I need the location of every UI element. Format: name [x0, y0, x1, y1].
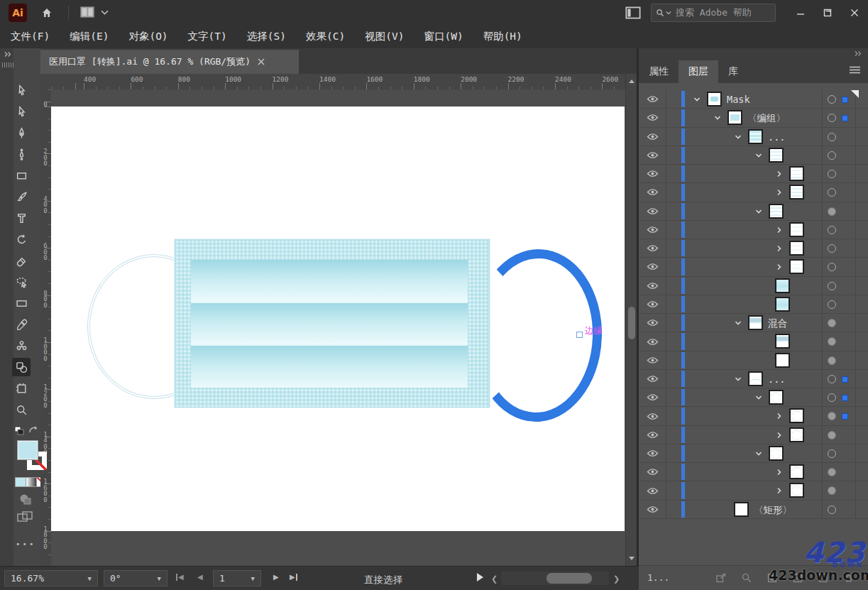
delete-layer-icon[interactable] [843, 572, 855, 584]
rectangle-tool[interactable] [12, 166, 31, 185]
layer-row[interactable] [639, 388, 868, 407]
new-sublayer-icon[interactable] [792, 572, 803, 584]
collapse-panel-button[interactable] [854, 50, 862, 57]
mask-body[interactable] [175, 239, 490, 408]
scroll-down-icon[interactable] [629, 557, 634, 560]
layer-thumbnail[interactable] [748, 315, 763, 330]
panel-tab-1[interactable]: 属性 [639, 60, 679, 83]
layer-expander[interactable] [754, 207, 764, 216]
direct-selection-tool[interactable] [12, 102, 31, 121]
swap-fill-stroke-icon[interactable] [28, 425, 38, 435]
layer-target-circle[interactable] [828, 170, 836, 178]
layer-target-circle[interactable] [828, 226, 836, 234]
layer-row[interactable]: ... [639, 128, 868, 146]
layer-thumbnail[interactable] [707, 92, 722, 106]
layer-thumbnail[interactable] [748, 371, 763, 386]
layer-thumbnail[interactable] [789, 166, 804, 181]
menu-item-8[interactable]: 窗口(W) [424, 30, 463, 43]
scroll-up-icon[interactable] [629, 80, 634, 83]
menu-item-9[interactable]: 帮助(H) [483, 30, 522, 43]
visibility-toggle[interactable] [639, 426, 666, 444]
layer-row[interactable] [639, 183, 868, 202]
layer-row[interactable]: 混合 [639, 314, 868, 332]
visibility-toggle[interactable] [639, 370, 666, 388]
gradient-mode-swatch[interactable] [26, 477, 37, 487]
layer-target-circle[interactable] [828, 188, 836, 197]
layer-target-circle[interactable] [828, 393, 836, 402]
rotate-tool[interactable] [12, 230, 31, 248]
shape-mode-icon[interactable] [18, 493, 33, 506]
menu-item-3[interactable]: 对象(O) [128, 30, 167, 43]
visibility-toggle[interactable] [639, 332, 666, 350]
zoom-tool[interactable] [12, 400, 31, 419]
layer-target-circle[interactable] [828, 468, 836, 476]
layer-target-circle[interactable] [828, 449, 836, 458]
layer-expander[interactable] [775, 263, 785, 271]
layer-target-circle[interactable] [828, 207, 836, 216]
visibility-toggle[interactable] [639, 388, 666, 406]
panel-menu-button[interactable] [849, 65, 861, 75]
layer-thumbnail[interactable] [789, 464, 804, 479]
collect-for-export-icon[interactable] [715, 572, 727, 584]
anchor-point-handle[interactable] [576, 332, 583, 338]
layer-row[interactable] [639, 481, 868, 500]
layer-expander[interactable] [775, 486, 785, 495]
layer-thumbnail[interactable] [789, 241, 804, 256]
layer-row[interactable] [639, 407, 868, 425]
layer-expander[interactable] [775, 431, 785, 439]
layer-row[interactable] [639, 146, 868, 165]
layer-target-circle[interactable] [828, 486, 836, 495]
layer-thumbnail[interactable] [789, 222, 804, 237]
visibility-toggle[interactable] [639, 501, 666, 518]
layer-row[interactable] [639, 463, 868, 481]
document-tab[interactable]: 医用口罩 [转换].ai @ 16.67 % (RGB/预览) [40, 50, 299, 74]
visibility-toggle[interactable] [639, 351, 666, 369]
next-artboard-button[interactable]: ▶ [273, 573, 279, 581]
make-clipping-mask-icon[interactable] [767, 572, 778, 584]
fill-color-swatch[interactable] [17, 440, 38, 460]
menu-item-4[interactable]: 文字(T) [188, 30, 227, 43]
visibility-toggle[interactable] [639, 277, 666, 295]
close-button[interactable] [841, 4, 868, 22]
layer-row[interactable] [639, 258, 868, 276]
layer-name[interactable]: Mask [727, 94, 750, 105]
panel-tab-3[interactable]: 库 [718, 60, 748, 83]
default-fill-stroke-icon[interactable] [14, 426, 25, 436]
layer-row[interactable] [639, 332, 868, 351]
visibility-toggle[interactable] [639, 444, 666, 462]
layer-expander[interactable] [734, 375, 744, 383]
layer-row[interactable] [639, 239, 868, 258]
layer-row[interactable] [639, 277, 868, 295]
visibility-toggle[interactable] [639, 183, 666, 201]
paintbrush-tool[interactable] [12, 187, 31, 206]
visibility-toggle[interactable] [639, 128, 666, 146]
layer-name[interactable]: 〈编组〉 [747, 112, 786, 125]
search-input[interactable] [674, 6, 755, 18]
dock-grip-handle[interactable] [2, 62, 13, 67]
visibility-toggle[interactable] [639, 407, 666, 425]
visibility-toggle[interactable] [639, 221, 666, 239]
minimize-button[interactable] [787, 4, 814, 22]
visibility-toggle[interactable] [639, 109, 666, 126]
layer-thumbnail[interactable] [775, 297, 790, 312]
layer-expander[interactable] [775, 188, 785, 197]
menu-item-2[interactable]: 编辑(E) [70, 30, 109, 43]
layer-target-circle[interactable] [828, 412, 836, 420]
zoom-level-dropdown[interactable]: 16.67% ▼ [4, 570, 98, 586]
shape-builder-tool[interactable] [12, 358, 31, 376]
layer-target-circle[interactable] [828, 263, 836, 271]
layer-thumbnail[interactable] [734, 502, 749, 517]
new-layer-icon[interactable] [818, 572, 829, 584]
layer-row[interactable]: ... [639, 370, 868, 388]
layer-row[interactable]: 〈编组〉 [639, 109, 868, 127]
layer-thumbnail[interactable] [769, 390, 784, 405]
layer-row[interactable] [639, 295, 868, 314]
layer-thumbnail[interactable] [775, 353, 790, 368]
visibility-toggle[interactable] [639, 258, 666, 275]
drawing-modes-icon[interactable] [17, 511, 34, 524]
vertical-scrollbar-thumb[interactable] [628, 307, 635, 339]
maximize-button[interactable] [814, 4, 841, 22]
panel-tab-2[interactable]: 图层 [679, 60, 718, 83]
layer-expander[interactable] [754, 393, 764, 402]
layer-expander[interactable] [693, 95, 703, 104]
